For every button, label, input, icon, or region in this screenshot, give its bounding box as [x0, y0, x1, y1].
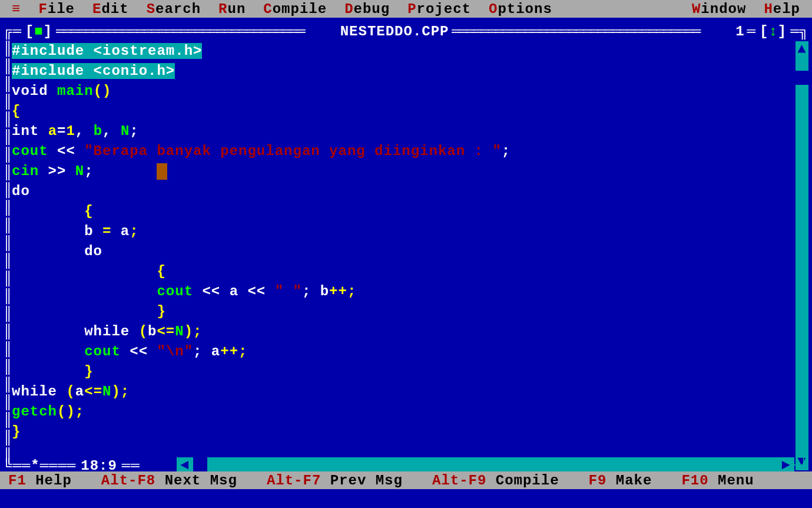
menu-item[interactable]: Debug — [344, 1, 390, 17]
vertical-scroll-thumb[interactable] — [796, 71, 808, 85]
menu-item[interactable]: Window — [692, 1, 746, 17]
code-line: cout << "\n"; a++; — [12, 342, 794, 362]
code-line: } — [12, 422, 794, 442]
code-line: void main() — [12, 81, 794, 101]
text-cursor — [157, 163, 167, 180]
code-line: do — [12, 242, 794, 262]
window-close-icon[interactable]: [■] — [22, 24, 56, 39]
code-line: { — [12, 202, 794, 222]
window-title: NESTEDDO.CPP — [338, 24, 452, 39]
code-line: cout << a << " "; b++; — [12, 282, 794, 302]
code-editor[interactable]: #include <iostream.h>#include <conio.h>v… — [12, 41, 794, 454]
window-number: 1 — [733, 24, 747, 39]
editor-window: ╔═ [■] ═════════════════════════════════… — [0, 18, 812, 489]
code-line: } — [12, 302, 794, 322]
code-line: } — [12, 362, 794, 382]
status-shortcut[interactable]: Alt-F9 Compile — [432, 473, 559, 489]
vertical-scrollbar[interactable]: ▲ ▼ — [796, 41, 808, 470]
status-bar: F1 HelpAlt-F8 Next MsgAlt-F7 Prev MsgAlt… — [0, 471, 812, 489]
menu-item[interactable]: Project — [407, 1, 471, 17]
window-title-bar: ╔═ [■] ═════════════════════════════════… — [0, 22, 812, 40]
code-line: b = a; — [12, 222, 794, 242]
status-shortcut[interactable]: Alt-F7 Prev Msg — [267, 473, 403, 489]
status-shortcut[interactable]: F1 Help — [8, 473, 72, 489]
code-line: { — [12, 101, 794, 121]
status-shortcut[interactable]: F9 Make — [589, 473, 652, 489]
status-shortcut[interactable]: F10 Menu — [681, 473, 754, 489]
code-line: getch(); — [12, 402, 794, 422]
menu-item[interactable]: Options — [489, 1, 552, 17]
code-line: while (a<=N); — [12, 382, 794, 402]
menu-item[interactable]: Edit — [92, 1, 129, 17]
menu-item[interactable]: Help — [764, 1, 800, 17]
code-line: #include <conio.h> — [12, 61, 794, 81]
menu-item[interactable]: ≡ — [12, 1, 21, 17]
window-zoom-icon[interactable]: [↕] — [756, 24, 790, 39]
menu-item[interactable]: Run — [218, 1, 246, 17]
code-line: while (b<=N); — [12, 322, 794, 342]
menu-item[interactable]: File — [38, 1, 75, 17]
code-line: cout << "Berapa banyak pengulangan yang … — [12, 141, 794, 161]
menu-item[interactable]: Search — [147, 1, 201, 17]
status-shortcut[interactable]: Alt-F8 Next Msg — [101, 473, 237, 489]
code-line: do — [12, 182, 794, 202]
code-line: int a=1, b, N; — [12, 121, 794, 141]
menu-bar: ≡FileEditSearchRunCompileDebugProjectOpt… — [0, 0, 812, 18]
menu-item[interactable]: Compile — [263, 1, 327, 17]
code-line: #include <iostream.h> — [12, 41, 794, 61]
scroll-up-icon[interactable]: ▲ — [796, 41, 808, 58]
code-line: { — [12, 262, 794, 282]
window-left-border: ║║║║║║║║║║║║║║║║║║║║║║║║ — [4, 40, 12, 469]
code-line: cin >> N; — [12, 161, 794, 182]
